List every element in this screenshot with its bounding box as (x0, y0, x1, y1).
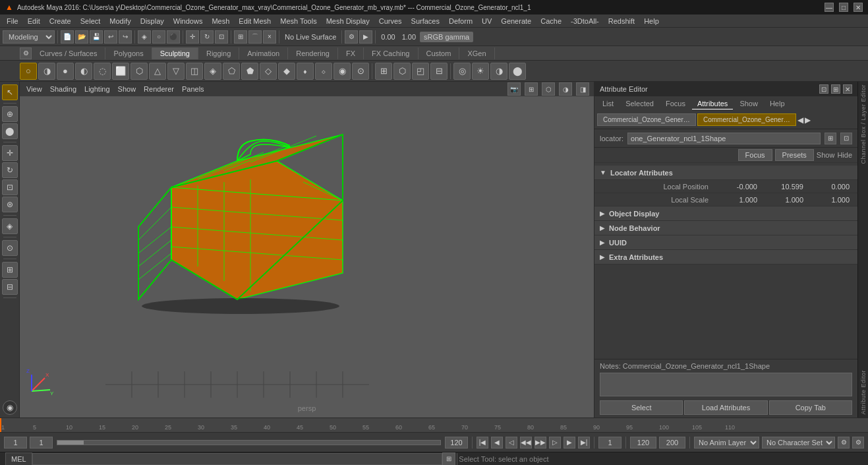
lasso-tool[interactable]: ⊕ (2, 106, 18, 122)
select-tool-btn[interactable]: ◈ (138, 30, 151, 44)
tab-sculpting[interactable]: Sculpting (152, 47, 198, 59)
blur-btn[interactable]: ⬟ (241, 63, 258, 80)
current-frame-input[interactable] (4, 437, 27, 449)
anim-layer-select[interactable]: No Anim Layer (694, 437, 759, 449)
invert-btn[interactable]: ⊙ (352, 63, 369, 80)
maximize-button[interactable]: □ (839, 3, 848, 12)
node-tab-1[interactable]: Commercial_Ozone_Generator_ncl1_1 (597, 113, 696, 126)
paint-btn[interactable]: ◆ (278, 63, 295, 80)
lighting-menu[interactable]: Lighting (82, 84, 113, 94)
scale-tool[interactable]: ⊡ (2, 179, 18, 195)
menu-mesh-tools[interactable]: Mesh Tools (276, 16, 320, 26)
scrape-btn[interactable]: ▽ (167, 63, 185, 80)
menu-redshift[interactable]: Redshift (604, 16, 639, 26)
tab-animation[interactable]: Animation (239, 47, 288, 59)
play-forward-btn[interactable]: ▶▶ (535, 437, 546, 449)
erase-btn[interactable]: ⬧ (297, 63, 314, 80)
menu-modify[interactable]: Modify (105, 16, 134, 26)
snap-grid-btn[interactable]: ⊞ (234, 30, 247, 44)
menu-generate[interactable]: Generate (497, 16, 535, 26)
range-slider[interactable] (57, 440, 441, 445)
vp-shaded-btn[interactable]: ◑ (559, 82, 572, 96)
locator-icon-btn-2[interactable]: ⊡ (840, 133, 852, 144)
menu-3dto[interactable]: -3DtoAll- (567, 16, 603, 26)
menu-mesh[interactable]: Mesh (208, 16, 233, 26)
env-btn[interactable]: ◎ (453, 63, 471, 80)
save-scene-btn[interactable]: 💾 (90, 30, 103, 44)
command-line-input[interactable] (32, 453, 443, 465)
open-scene-btn[interactable]: 📂 (75, 30, 88, 44)
menu-edit[interactable]: Edit (24, 16, 44, 26)
shading-menu[interactable]: Shading (47, 84, 79, 94)
minimize-button[interactable]: — (825, 3, 834, 12)
attr-tab-selected[interactable]: Selected (620, 98, 659, 109)
channel-box-tab[interactable]: Channel Box / Layer Editor (860, 84, 867, 164)
jump-end-btn[interactable]: ▶| (578, 437, 590, 449)
rotate-tool-btn[interactable]: ↻ (200, 30, 214, 44)
view-menu[interactable]: View (24, 84, 45, 94)
menu-mesh-display[interactable]: Mesh Display (322, 16, 374, 26)
mel-label[interactable]: MEL (5, 452, 32, 466)
show-menu[interactable]: Show (115, 84, 139, 94)
range-start-input[interactable] (30, 437, 53, 449)
attr-tab-attributes[interactable]: Attributes (692, 98, 733, 109)
anim-settings-btn[interactable]: ⚙ (838, 437, 850, 449)
range-end-200[interactable] (659, 437, 685, 449)
render-frame-btn[interactable]: ▶ (359, 30, 372, 44)
display-btn[interactable]: ⊞ (375, 63, 392, 80)
tab-settings-btn[interactable]: ⚙ (20, 47, 32, 59)
prev-key-btn[interactable]: ◁ (506, 437, 517, 449)
load-attributes-button[interactable]: Load Attributes (684, 400, 767, 415)
locator-input[interactable] (627, 133, 821, 144)
range-end-input[interactable] (445, 437, 468, 449)
menu-windows[interactable]: Windows (169, 16, 207, 26)
uuid-section[interactable]: ▶ UUID (594, 235, 857, 250)
next-key-btn[interactable]: ▷ (549, 437, 561, 449)
vp-grid-btn[interactable]: ⊞ (525, 82, 538, 96)
new-scene-btn[interactable]: 📄 (61, 30, 74, 44)
attr-tab-show[interactable]: Show (734, 98, 763, 109)
node-tab-2[interactable]: Commercial_Ozone_Generator... (697, 113, 796, 126)
renderer-menu[interactable]: Renderer (141, 84, 177, 94)
timeline-ruler[interactable]: 1 5 10 15 20 25 30 35 40 45 50 55 60 65 … (0, 418, 868, 432)
object-display-section[interactable]: ▶ Object Display (594, 206, 857, 221)
jump-start-btn[interactable]: |◀ (477, 437, 488, 449)
redo-btn[interactable]: ↪ (119, 30, 132, 44)
presets-button[interactable]: Presets (775, 149, 814, 161)
node-prev-arrow[interactable]: ◀ (797, 115, 803, 125)
snap-grid-left[interactable]: ⊞ (2, 262, 18, 278)
tab-xgen[interactable]: XGen (459, 47, 494, 59)
tab-rendering[interactable]: Rendering (288, 47, 338, 59)
local-position-z[interactable]: 0.000 (806, 183, 852, 191)
local-position-x[interactable]: -0.000 (714, 183, 760, 191)
next-frame-btn[interactable]: ▶ (564, 437, 575, 449)
menu-surfaces[interactable]: Surfaces (407, 16, 444, 26)
grab-btn[interactable]: ◐ (75, 63, 92, 80)
move-tool-btn[interactable]: ✛ (186, 30, 199, 44)
grid-btn[interactable]: ⊟ (430, 63, 448, 80)
copy-tab-button[interactable]: Copy Tab (769, 400, 852, 415)
workspace-selector[interactable]: Modeling Rigging Animation (3, 30, 55, 44)
mask-btn[interactable]: ⬦ (315, 63, 332, 80)
universal-manip[interactable]: ⊛ (2, 197, 18, 212)
render-settings-btn[interactable]: ⚙ (345, 30, 358, 44)
menu-cache[interactable]: Cache (536, 16, 565, 26)
lasso-tool-btn[interactable]: ○ (152, 30, 165, 44)
shadow-btn[interactable]: ◑ (490, 63, 507, 80)
menu-display[interactable]: Display (136, 16, 168, 26)
ao-btn[interactable]: ⬤ (509, 63, 526, 80)
char-settings-btn[interactable]: ⚙ (852, 437, 864, 449)
pinch-btn[interactable]: ◌ (94, 63, 111, 80)
rotate-tool[interactable]: ↻ (2, 162, 18, 178)
attr-editor-close-btn[interactable]: ✕ (843, 84, 852, 94)
menu-edit-mesh[interactable]: Edit Mesh (235, 16, 275, 26)
tab-rigging[interactable]: Rigging (198, 47, 239, 59)
snap-point-left[interactable]: ⊟ (2, 279, 18, 295)
local-scale-x[interactable]: 1.000 (714, 196, 760, 204)
menu-select[interactable]: Select (76, 16, 105, 26)
paint-select-btn[interactable]: ⚫ (167, 30, 180, 44)
tab-polygons[interactable]: Polygons (105, 47, 152, 59)
paint-select[interactable]: ⬤ (2, 123, 18, 139)
tab-fx[interactable]: FX (338, 47, 364, 59)
prev-frame-btn[interactable]: ◀ (491, 437, 503, 449)
